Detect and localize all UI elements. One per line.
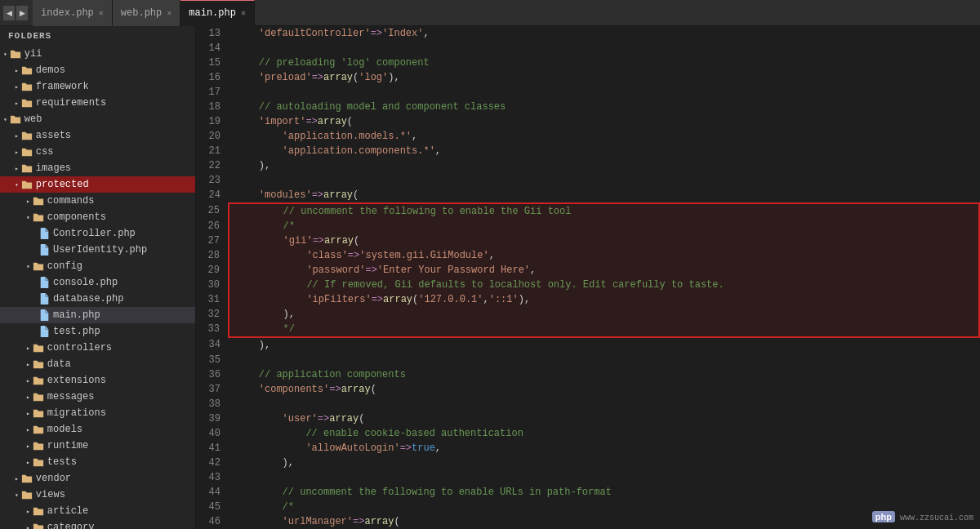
code-editor[interactable]: 13 'defaultController'=>'Index',14 15 //… <box>196 26 980 529</box>
line-code-34: ), <box>229 337 979 353</box>
code-line-29: 29 'password'=>'Enter Your Password Here… <box>196 263 979 278</box>
sidebar-label-views: views <box>36 489 65 500</box>
sidebar-item-controllers[interactable]: ▸controllers <box>0 340 195 356</box>
arrow-icon-category: ▸ <box>26 524 30 530</box>
sidebar-item-framework[interactable]: ▸framework <box>0 78 195 95</box>
sidebar-item-css[interactable]: ▸css <box>0 144 195 160</box>
arrow-icon-commands: ▸ <box>26 198 30 205</box>
tab-prev-button[interactable]: ◀ <box>3 6 15 20</box>
sidebar-item-requirements[interactable]: ▸requirements <box>0 95 195 111</box>
sidebar-item-yii[interactable]: ▾yii <box>0 46 195 62</box>
sidebar-item-test.php[interactable]: test.php <box>0 323 195 340</box>
line-number-35: 35 <box>196 353 229 367</box>
sidebar-label-UserIdentity.php: UserIdentity.php <box>53 244 147 256</box>
line-number-36: 36 <box>196 367 229 382</box>
sidebar-label-tests: tests <box>47 456 77 468</box>
tab-main-close[interactable]: ✕ <box>241 8 246 18</box>
sidebar-item-migrations[interactable]: ▸migrations <box>0 405 195 421</box>
file-icon-Controller.php <box>38 227 51 240</box>
sidebar-item-data[interactable]: ▸data <box>0 356 195 372</box>
folder-icon-data <box>32 358 45 371</box>
folder-icon-commands <box>32 194 45 207</box>
arrow-icon-data: ▸ <box>26 361 30 368</box>
php-badge: php <box>872 511 895 522</box>
folder-open-icon-protected <box>20 178 33 191</box>
tab-main[interactable]: main.php ✕ <box>180 0 255 26</box>
sidebar-item-database.php[interactable]: database.php <box>0 291 195 307</box>
tab-next-button[interactable]: ▶ <box>16 6 28 20</box>
line-number-19: 19 <box>196 114 229 129</box>
file-icon-console.php <box>38 276 51 289</box>
sidebar-item-commands[interactable]: ▸commands <box>0 193 195 209</box>
sidebar-label-web: web <box>24 113 42 125</box>
sidebar-item-UserIdentity.php[interactable]: UserIdentity.php <box>0 242 195 258</box>
sidebar-item-models[interactable]: ▸models <box>0 421 195 438</box>
tab-index-label: index.php <box>41 7 94 19</box>
sidebar-item-config[interactable]: ▾config <box>0 258 195 274</box>
sidebar-tree: ▾yii▸demos▸framework▸requirements▾web▸as… <box>0 46 195 529</box>
sidebar-item-assets[interactable]: ▸assets <box>0 127 195 144</box>
watermark: php www.zzsucai.com <box>872 511 973 522</box>
line-code-27: 'gii'=>array( <box>229 233 979 248</box>
folder-open-icon-yii <box>9 47 22 60</box>
folder-icon-runtime <box>32 439 45 452</box>
sidebar-header: FOLDERS <box>0 26 195 46</box>
code-line-21: 21 'application.components.*', <box>196 144 979 158</box>
line-code-32: ), <box>229 307 979 322</box>
arrow-icon-article: ▸ <box>26 508 30 515</box>
line-code-36: // application components <box>229 367 979 382</box>
arrow-icon-assets: ▸ <box>15 132 19 140</box>
arrow-icon-config: ▾ <box>26 263 30 270</box>
line-number-40: 40 <box>196 426 229 441</box>
file-icon-test.php <box>38 325 51 338</box>
line-code-30: // If removed, Gii defaults to localhost… <box>229 278 979 292</box>
line-code-18: // autoloading model and component class… <box>229 100 979 114</box>
sidebar-item-demos[interactable]: ▸demos <box>0 62 195 78</box>
main-area: FOLDERS ▾yii▸demos▸framework▸requirement… <box>0 26 980 529</box>
sidebar-label-data: data <box>47 358 71 370</box>
code-line-20: 20 'application.models.*', <box>196 129 979 144</box>
sidebar-item-runtime[interactable]: ▸runtime <box>0 438 195 454</box>
tab-web[interactable]: web.php ✕ <box>113 0 180 26</box>
tab-index[interactable]: index.php ✕ <box>33 0 113 26</box>
sidebar-item-category[interactable]: ▸category <box>0 519 195 529</box>
line-code-45: /* <box>229 500 979 514</box>
code-line-42: 42 ), <box>196 456 979 470</box>
tab-web-label: web.php <box>121 7 162 19</box>
folder-icon-category <box>32 521 45 529</box>
line-code-20: 'application.models.*', <box>229 129 979 144</box>
sidebar-item-extensions[interactable]: ▸extensions <box>0 372 195 389</box>
sidebar-item-messages[interactable]: ▸messages <box>0 389 195 405</box>
code-line-18: 18 // autoloading model and component cl… <box>196 100 979 114</box>
sidebar-item-components[interactable]: ▾components <box>0 209 195 225</box>
arrow-icon-web: ▾ <box>3 116 7 123</box>
sidebar-item-vendor[interactable]: ▸vendor <box>0 470 195 487</box>
arrow-icon-messages: ▸ <box>26 393 30 401</box>
tab-web-close[interactable]: ✕ <box>167 8 172 18</box>
sidebar-item-Controller.php[interactable]: Controller.php <box>0 225 195 242</box>
line-code-26: /* <box>229 219 979 233</box>
line-number-22: 22 <box>196 158 229 173</box>
line-number-32: 32 <box>196 307 229 322</box>
line-number-13: 13 <box>196 26 229 41</box>
tab-index-close[interactable]: ✕ <box>99 8 104 18</box>
sidebar: FOLDERS ▾yii▸demos▸framework▸requirement… <box>0 26 196 529</box>
sidebar-label-css: css <box>36 146 54 158</box>
sidebar-item-tests[interactable]: ▸tests <box>0 454 195 470</box>
code-line-38: 38 <box>196 397 979 411</box>
arrow-icon-demos: ▸ <box>15 67 19 74</box>
folder-open-icon-config <box>32 260 45 273</box>
sidebar-label-demos: demos <box>36 64 65 76</box>
sidebar-item-web[interactable]: ▾web <box>0 111 195 127</box>
line-code-24: 'modules'=>array( <box>229 188 979 203</box>
sidebar-item-console.php[interactable]: console.php <box>0 274 195 291</box>
line-number-24: 24 <box>196 188 229 203</box>
sidebar-item-article[interactable]: ▸article <box>0 503 195 519</box>
code-line-30: 30 // If removed, Gii defaults to localh… <box>196 278 979 292</box>
sidebar-item-main.php[interactable]: main.php <box>0 307 195 323</box>
line-number-43: 43 <box>196 470 229 485</box>
sidebar-item-protected[interactable]: ▾protected <box>0 176 195 193</box>
sidebar-item-images[interactable]: ▸images <box>0 160 195 176</box>
line-number-25: 25 <box>196 203 229 219</box>
sidebar-item-views[interactable]: ▾views <box>0 487 195 503</box>
